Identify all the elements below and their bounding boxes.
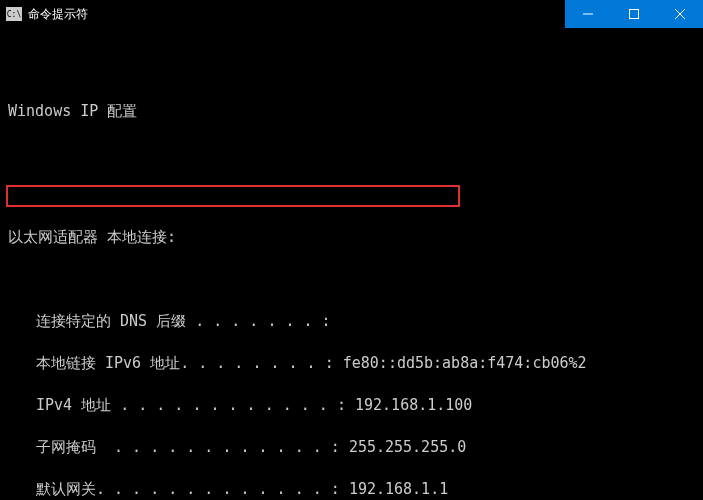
minimize-button[interactable]	[565, 0, 611, 28]
maximize-button[interactable]	[611, 0, 657, 28]
config-value: 192.168.1.100	[355, 396, 472, 414]
close-button[interactable]	[657, 0, 703, 28]
blank-line	[8, 185, 695, 206]
terminal-output: Windows IP 配置 以太网适配器 本地连接: 连接特定的 DNS 后缀 …	[0, 28, 703, 500]
config-line: 默认网关. . . . . . . . . . . . . : 192.168.…	[36, 479, 695, 500]
config-line: 连接特定的 DNS 后缀 . . . . . . . :	[36, 311, 695, 332]
config-label: IPv4 地址 . . . . . . . . . . . . :	[36, 396, 346, 414]
config-label: 子网掩码 . . . . . . . . . . . . :	[36, 438, 340, 456]
window-controls	[565, 0, 703, 28]
window-title: 命令提示符	[28, 6, 88, 23]
config-line: 子网掩码 . . . . . . . . . . . . : 255.255.2…	[36, 437, 695, 458]
svg-rect-1	[630, 10, 639, 19]
blank-line	[8, 59, 695, 80]
cmd-icon: C:\	[6, 7, 22, 21]
config-value: 192.168.1.1	[349, 480, 448, 498]
title-left: C:\ 命令提示符	[6, 6, 88, 23]
config-label: 连接特定的 DNS 后缀 . . . . . . . :	[36, 312, 331, 330]
section-title: 以太网适配器 本地连接:	[8, 227, 695, 248]
titlebar: C:\ 命令提示符	[0, 0, 703, 28]
blank-line	[8, 143, 695, 164]
config-label: 本地链接 IPv6 地址. . . . . . . . :	[36, 354, 334, 372]
blank-line	[8, 269, 695, 290]
config-value: 255.255.255.0	[349, 438, 466, 456]
config-line-ipv4: IPv4 地址 . . . . . . . . . . . . : 192.16…	[36, 395, 695, 416]
config-value: fe80::dd5b:ab8a:f474:cb06%2	[343, 354, 587, 372]
ip-config-header: Windows IP 配置	[8, 101, 695, 122]
config-label: 默认网关. . . . . . . . . . . . . :	[36, 480, 340, 498]
config-line: 本地链接 IPv6 地址. . . . . . . . : fe80::dd5b…	[36, 353, 695, 374]
